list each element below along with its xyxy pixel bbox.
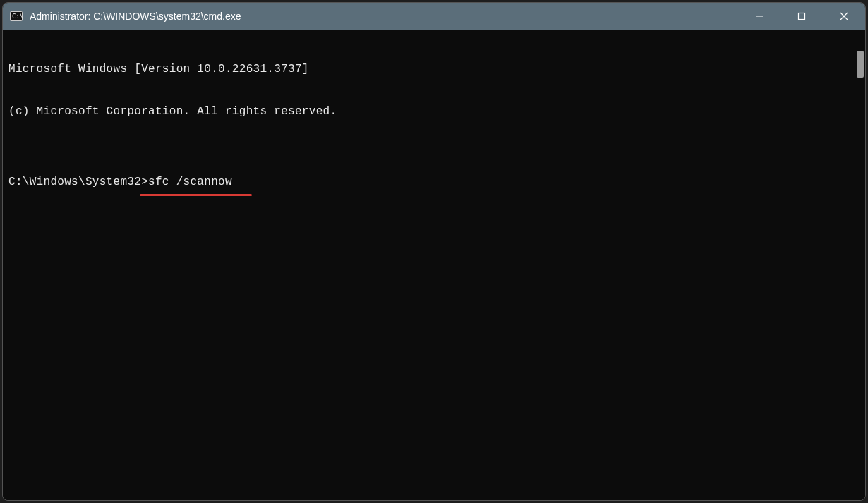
maximize-button[interactable]: [780, 3, 823, 30]
cmd-window: C:\ Administrator: C:\WINDOWS\system32\c…: [2, 2, 866, 501]
window-title: Administrator: C:\WINDOWS\system32\cmd.e…: [30, 11, 241, 22]
command-text: sfc /scannow: [148, 175, 232, 189]
terminal-output[interactable]: Microsoft Windows [Version 10.0.22631.37…: [3, 30, 865, 500]
scroll-thumb[interactable]: [857, 51, 864, 78]
titlebar[interactable]: C:\ Administrator: C:\WINDOWS\system32\c…: [3, 3, 865, 30]
scrollbar[interactable]: [855, 30, 865, 500]
close-button[interactable]: [823, 3, 865, 30]
output-line: (c) Microsoft Corporation. All rights re…: [8, 104, 860, 119]
prompt: C:\Windows\System32>: [8, 176, 148, 188]
cmd-icon: C:\: [10, 10, 23, 23]
minimize-button[interactable]: [738, 3, 780, 30]
output-line: Microsoft Windows [Version 10.0.22631.37…: [8, 62, 860, 76]
prompt-line: C:\Windows\System32>sfc /scannow: [8, 175, 860, 189]
svg-rect-3: [799, 13, 805, 20]
svg-text:C:\: C:\: [12, 13, 23, 20]
